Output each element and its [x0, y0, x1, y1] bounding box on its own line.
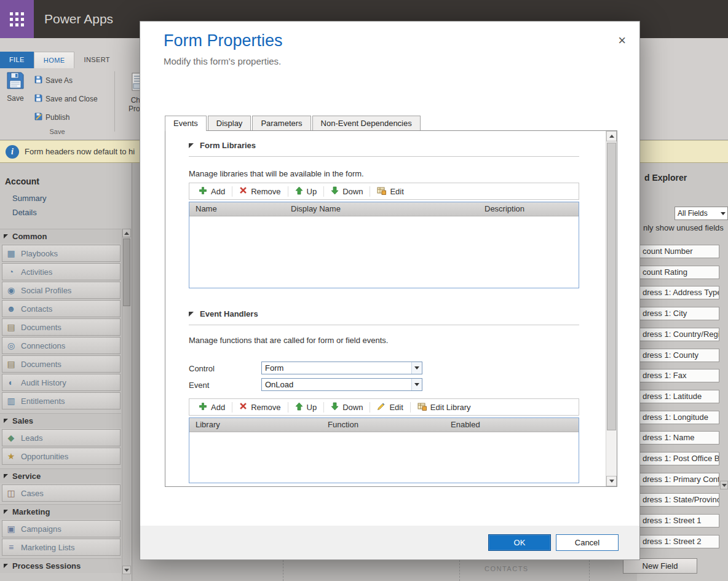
edit-button[interactable]: Edit	[370, 183, 410, 199]
field-item[interactable]: dress 1: Street 1	[637, 514, 719, 528]
field-item[interactable]: dress 1: Address Type	[637, 286, 719, 299]
tab-home[interactable]: HOME	[34, 52, 75, 68]
nav-item-cases[interactable]: ◫Cases	[2, 484, 121, 502]
canvas-column-divider	[589, 560, 590, 581]
tab-file[interactable]: FILE	[0, 52, 34, 68]
nav-section-sales[interactable]: Sales	[0, 413, 121, 428]
save-group-label: Save	[0, 128, 114, 135]
waffle-icon	[10, 12, 24, 26]
event-select[interactable]: OnLoad	[261, 378, 422, 391]
nav-item-audit-history[interactable]: ◐Audit History	[2, 374, 121, 391]
close-icon[interactable]: ×	[618, 34, 626, 47]
nav-item-leads[interactable]: ◆Leads	[2, 429, 121, 446]
add-button[interactable]: Add	[192, 183, 232, 199]
scrollbar-thumb[interactable]	[123, 239, 130, 306]
down-button[interactable]: Down	[324, 183, 370, 199]
show-unused-checkbox-label[interactable]: nly show unused fields	[643, 223, 724, 232]
collapse-triangle-icon	[4, 564, 8, 568]
tab-non-event-dependencies[interactable]: Non-Event Dependencies	[312, 116, 421, 130]
down-button[interactable]: Down	[324, 399, 370, 415]
tab-insert[interactable]: INSERT	[74, 52, 119, 68]
nav-section-label: Sales	[12, 416, 33, 425]
nav-item-social-profiles[interactable]: ◉Social Profiles	[2, 282, 121, 299]
save-and-close-button[interactable]: Save and Close	[34, 92, 98, 106]
tab-events[interactable]: Events	[165, 116, 207, 131]
field-item[interactable]: dress 1: Country/Region	[637, 328, 719, 341]
field-item[interactable]: dress 1: Primary Contac	[637, 473, 719, 486]
save-and-close-icon	[34, 94, 42, 104]
collapse-triangle-icon	[189, 312, 194, 317]
nav-item-connections[interactable]: ◎Connections	[2, 337, 121, 354]
form-libraries-section-header[interactable]: Form Libraries	[189, 141, 256, 150]
control-label: Control	[189, 364, 215, 373]
field-item[interactable]: dress 1: Street 2	[637, 535, 719, 548]
cancel-button[interactable]: Cancel	[556, 534, 619, 551]
nav-item-campaigns[interactable]: ▣Campaigns	[2, 520, 121, 537]
nav-item-activities[interactable]: ◔Activities	[2, 263, 121, 280]
form-libraries-table[interactable]: Name Display Name Description	[189, 202, 579, 288]
nav-section-service[interactable]: Service	[0, 468, 121, 483]
save-as-label: Save As	[46, 76, 73, 85]
event-handlers-table[interactable]: Library Function Enabled	[189, 417, 579, 483]
remove-button[interactable]: Remove	[232, 183, 287, 199]
remove-button[interactable]: Remove	[232, 399, 287, 415]
field-item[interactable]: dress 1: Name	[637, 431, 719, 445]
nav-item-opportunities[interactable]: ★Opportunities	[2, 448, 121, 465]
documents-icon: ▤	[5, 321, 17, 333]
dialog-subtitle: Modify this form's properties.	[164, 56, 281, 66]
field-item[interactable]: dress 1: Fax	[637, 369, 719, 382]
nav-item-playbooks[interactable]: ▦Playbooks	[2, 245, 121, 262]
nav-link-summary[interactable]: Summary	[12, 194, 47, 203]
control-select[interactable]: Form	[261, 362, 422, 374]
nav-item-contacts[interactable]: ☻Contacts	[2, 300, 121, 317]
field-item[interactable]: dress 1: County	[637, 349, 719, 362]
edit-button[interactable]: Edit	[370, 399, 410, 415]
nav-item-label: Contacts	[21, 304, 52, 314]
field-item[interactable]: dress 1: City	[637, 307, 719, 320]
ok-button[interactable]: OK	[488, 534, 551, 551]
save-as-button[interactable]: Save As	[34, 74, 73, 87]
playbooks-icon: ▦	[5, 247, 17, 259]
save-button[interactable]: Save	[1, 71, 30, 133]
up-label: Up	[307, 403, 317, 412]
dialog-scrollbar[interactable]	[606, 131, 617, 486]
field-item[interactable]: count Rating	[637, 266, 719, 279]
up-button[interactable]: Up	[288, 183, 324, 199]
tab-parameters[interactable]: Parameters	[252, 116, 311, 130]
scroll-down-button[interactable]	[122, 566, 131, 574]
field-item[interactable]: dress 1: Longitude	[637, 411, 719, 424]
nav-section-common[interactable]: Common	[0, 229, 121, 243]
left-panel-scrollbar[interactable]	[122, 229, 130, 581]
publish-button[interactable]: Publish	[34, 111, 69, 124]
nav-item-documents[interactable]: ▤Documents	[2, 318, 121, 336]
scroll-up-button[interactable]	[606, 131, 617, 141]
remove-icon	[239, 186, 247, 196]
tab-display[interactable]: Display	[208, 116, 251, 130]
field-explorer-panel: d Explorer All Fields nly show unused fi…	[637, 163, 728, 581]
form-libraries-toolbar: Add Remove Up Down Edit	[189, 183, 579, 200]
event-handlers-section-header[interactable]: Event Handlers	[189, 309, 258, 318]
field-item[interactable]: count Number	[637, 245, 719, 258]
field-item[interactable]: dress 1: Post Office Box	[637, 452, 719, 465]
nav-item-marketing-lists[interactable]: ≡Marketing Lists	[2, 539, 121, 556]
edit-library-button[interactable]: Edit Library	[411, 399, 478, 415]
nav-item-entitlements[interactable]: ▥Entitlements	[2, 392, 121, 409]
nav-item-documents-2[interactable]: ▤Documents	[2, 355, 121, 373]
scroll-up-button[interactable]	[122, 229, 131, 237]
up-button[interactable]: Up	[288, 399, 324, 415]
add-button[interactable]: Add	[192, 399, 232, 415]
nav-link-details[interactable]: Details	[12, 208, 37, 217]
field-item[interactable]: dress 1: Latitude	[637, 390, 719, 403]
nav-section-process-sessions[interactable]: Process Sessions	[0, 558, 121, 573]
new-field-button[interactable]: New Field	[623, 558, 697, 574]
waffle-menu-button[interactable]	[0, 0, 34, 38]
scroll-down-button[interactable]	[606, 476, 617, 486]
field-filter-select[interactable]: All Fields	[675, 207, 728, 220]
campaigns-icon: ▣	[5, 523, 17, 535]
nav-section-marketing[interactable]: Marketing	[0, 504, 121, 519]
field-item[interactable]: dress 1: State/Province	[637, 493, 719, 507]
scrollbar-thumb[interactable]	[607, 143, 616, 430]
column-name: Name	[189, 202, 285, 216]
down-label: Down	[342, 403, 363, 412]
field-list-scroll-down-button[interactable]	[720, 481, 728, 489]
